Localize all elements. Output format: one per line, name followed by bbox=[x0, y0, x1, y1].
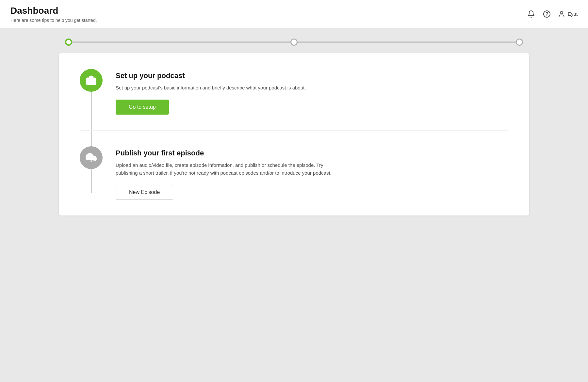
card: Set up your podcast Set up your podcast'… bbox=[59, 53, 529, 215]
step-items: Set up your podcast Set up your podcast'… bbox=[80, 69, 508, 200]
main-content: Set up your podcast Set up your podcast'… bbox=[0, 28, 588, 229]
page-title: Dashboard bbox=[10, 5, 97, 16]
step-1-title: Set up your podcast bbox=[116, 72, 508, 80]
help-button[interactable] bbox=[542, 9, 551, 19]
step-1-description: Set up your podcast's basic information … bbox=[116, 84, 338, 92]
new-episode-button[interactable]: New Episode bbox=[116, 185, 173, 200]
user-menu[interactable]: Eyta bbox=[558, 10, 578, 18]
step-2-description: Upload an audio/video file, create episo… bbox=[116, 161, 338, 177]
svg-point-2 bbox=[560, 11, 563, 14]
progress-bar bbox=[59, 41, 529, 43]
step-setup-podcast: Set up your podcast Set up your podcast'… bbox=[80, 69, 508, 115]
upload-icon bbox=[86, 152, 97, 163]
progress-track bbox=[69, 41, 519, 43]
person-icon bbox=[558, 10, 565, 18]
step-1-icon-circle bbox=[80, 69, 103, 92]
user-name: Eyta bbox=[568, 11, 578, 17]
page-subtitle: Here are some tips to help you get start… bbox=[10, 18, 97, 23]
briefcase-icon bbox=[86, 75, 97, 86]
notifications-button[interactable] bbox=[527, 9, 536, 19]
step-publish-episode: Publish your first episode Upload an aud… bbox=[80, 130, 508, 200]
header: Dashboard Here are some tips to help you… bbox=[0, 0, 588, 28]
step-2-title: Publish your first episode bbox=[116, 149, 508, 157]
go-to-setup-button[interactable]: Go to setup bbox=[116, 100, 169, 115]
step-1-content: Set up your podcast Set up your podcast'… bbox=[116, 69, 508, 115]
step-2-icon-wrapper bbox=[80, 146, 103, 169]
step-dot-1 bbox=[65, 39, 72, 46]
step-2-icon-circle bbox=[80, 146, 103, 169]
step-dot-2 bbox=[290, 39, 298, 46]
step-1-icon-wrapper bbox=[80, 69, 103, 92]
step-dot-3 bbox=[516, 39, 523, 46]
step-2-content: Publish your first episode Upload an aud… bbox=[116, 146, 508, 200]
header-left: Dashboard Here are some tips to help you… bbox=[10, 5, 97, 23]
header-right: Eyta bbox=[527, 9, 578, 19]
